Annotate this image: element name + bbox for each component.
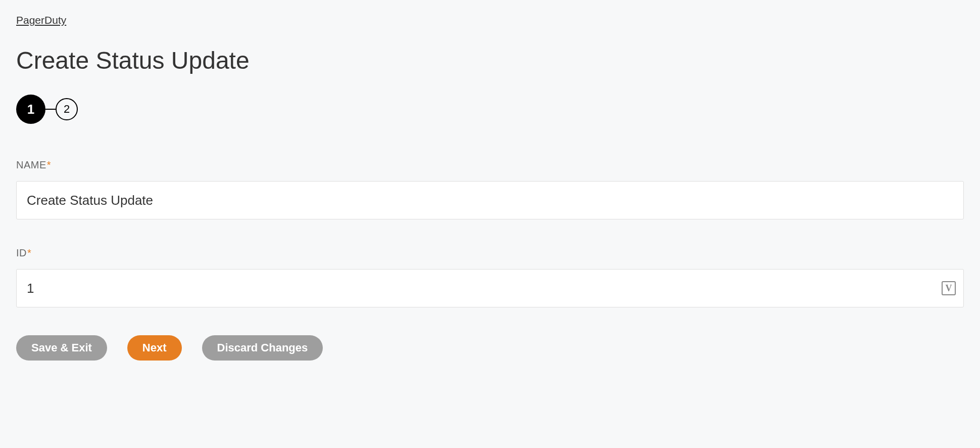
- save-exit-button[interactable]: Save & Exit: [16, 335, 107, 361]
- variable-icon[interactable]: V: [942, 281, 956, 295]
- step-1[interactable]: 1: [16, 95, 45, 124]
- wizard-stepper: 1 2: [16, 95, 964, 124]
- id-field-group: ID* V: [16, 247, 964, 307]
- name-input[interactable]: [16, 181, 964, 219]
- id-label-text: ID: [16, 247, 27, 258]
- name-label: NAME*: [16, 159, 964, 171]
- discard-changes-button[interactable]: Discard Changes: [202, 335, 323, 361]
- name-input-wrapper: [16, 181, 964, 219]
- id-label: ID*: [16, 247, 964, 259]
- step-connector: [45, 109, 56, 110]
- required-asterisk-icon: *: [27, 247, 31, 258]
- next-button[interactable]: Next: [127, 335, 182, 361]
- step-2[interactable]: 2: [56, 98, 78, 120]
- id-input[interactable]: [16, 269, 964, 307]
- name-field-group: NAME*: [16, 159, 964, 219]
- form-section: NAME* ID* V: [16, 159, 964, 307]
- breadcrumb-link[interactable]: PagerDuty: [16, 14, 66, 26]
- page-title: Create Status Update: [16, 47, 964, 74]
- id-input-wrapper: V: [16, 269, 964, 307]
- required-asterisk-icon: *: [47, 159, 51, 170]
- name-label-text: NAME: [16, 159, 46, 170]
- button-row: Save & Exit Next Discard Changes: [16, 335, 964, 361]
